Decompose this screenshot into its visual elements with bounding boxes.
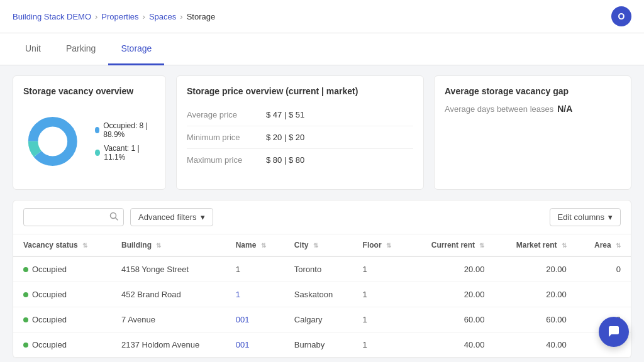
breadcrumb-spaces[interactable]: Spaces [149,12,176,21]
breadcrumb-demo[interactable]: Building Stack DEMO [13,12,91,21]
col-market-rent-label: Market rent [516,241,557,250]
col-city: City ⇅ [284,234,353,256]
chat-icon [607,325,621,339]
tabs-bar: Unit Parking Storage [0,33,644,65]
donut-legend: Occupied: 8 | 88.9% Vacant: 1 | 11.1% [95,121,156,162]
sort-icon-building[interactable]: ⇅ [156,242,161,249]
table-body: Occupied4158 Yonge Street1Toronto120.002… [13,256,631,358]
table-head: Vacancy status ⇅ Building ⇅ Name ⇅ City … [13,234,631,256]
gap-value: N/A [557,104,572,114]
cell-status: Occupied [13,332,111,358]
cell-market-rent: 20.00 [494,256,576,282]
status-dot [23,292,28,297]
legend-occupied: Occupied: 8 | 88.9% [95,121,156,139]
col-building: Building ⇅ [111,234,226,256]
sort-icon-current-rent[interactable]: ⇅ [479,242,484,249]
status-dot [23,343,28,348]
name-link[interactable]: 001 [236,315,250,324]
cell-name[interactable]: 001 [226,332,284,358]
sort-icon-city[interactable]: ⇅ [313,242,318,249]
edit-columns-label: Edit columns [558,212,604,222]
vacancy-card-title: Storage vacancy overview [23,86,155,96]
legend-dot-occupied [95,127,100,133]
col-floor-label: Floor [363,241,382,250]
price-card-title: Storage price overview (current | market… [187,86,413,96]
col-current-rent-label: Current rent [431,241,475,250]
main-content: Storage vacancy overview Occupied: 8 | 8… [0,65,644,362]
table-row: Occupied7 Avenue001Calgary160.0060.000 [13,307,631,332]
cell-building: 4158 Yonge Street [111,256,226,282]
col-city-label: City [294,241,309,250]
price-row-max: Maximum price $ 80 | $ 80 [187,149,413,171]
vacancy-card: Storage vacancy overview Occupied: 8 | 8… [13,75,166,190]
search-wrapper[interactable] [23,208,124,226]
cell-area: 0 [577,256,631,282]
tab-storage[interactable]: Storage [108,33,164,65]
breadcrumb-sep-1: › [95,12,97,21]
price-value-max: $ 80 | $ 80 [266,155,304,165]
tab-parking[interactable]: Parking [53,33,108,65]
sort-icon-area[interactable]: ⇅ [616,242,621,249]
breadcrumb-sep-2: › [143,12,145,21]
legend-occupied-label: Occupied: 8 | 88.9% [103,121,155,139]
price-row-min: Minimum price $ 20 | $ 20 [187,126,413,149]
breadcrumb-current: Storage [187,12,216,21]
cell-status: Occupied [13,256,111,282]
col-area-label: Area [594,241,611,250]
sort-icon-name[interactable]: ⇅ [261,242,266,249]
cell-area [577,282,631,307]
tab-unit[interactable]: Unit [13,33,53,65]
col-status: Vacancy status ⇅ [13,234,111,256]
search-input[interactable] [29,212,106,222]
sort-icon-floor[interactable]: ⇅ [386,242,391,249]
cell-floor: 1 [353,282,409,307]
price-card: Storage price overview (current | market… [176,75,424,190]
legend-dot-vacant [95,150,101,156]
legend-vacant: Vacant: 1 | 11.1% [95,144,156,162]
name-link[interactable]: 001 [236,340,250,349]
breadcrumb-properties[interactable]: Properties [101,12,138,21]
cell-city: Burnaby [284,332,353,358]
price-label-avg: Average price [187,110,256,119]
header: Building Stack DEMO › Properties › Space… [0,0,644,33]
status-text: Occupied [32,340,67,349]
sort-icon-market-rent[interactable]: ⇅ [562,242,567,249]
toolbar: Advanced filters ▾ Edit columns ▾ [13,200,631,234]
cell-floor: 1 [353,332,409,358]
gap-card: Average storage vacancy gap Average days… [434,75,631,190]
cell-floor: 1 [353,256,409,282]
cell-building: 7 Avenue [111,307,226,332]
col-building-label: Building [121,241,152,250]
svg-line-4 [116,218,118,221]
cell-market-rent: 60.00 [494,307,576,332]
cell-city: Toronto [284,256,353,282]
price-label-min: Minimum price [187,133,256,142]
breadcrumb: Building Stack DEMO › Properties › Space… [13,12,215,21]
avatar[interactable]: O [611,6,631,26]
edit-columns-button[interactable]: Edit columns ▾ [550,208,621,226]
table-row: Occupied2137 Holdom Avenue001Burnaby140.… [13,332,631,358]
status-dot [23,267,28,272]
edit-columns-chevron-icon: ▾ [608,212,613,222]
col-current-rent: Current rent ⇅ [409,234,495,256]
advanced-filters-button[interactable]: Advanced filters ▾ [130,208,213,226]
gap-card-title: Average storage vacancy gap [445,86,621,96]
cell-city: Calgary [284,307,353,332]
data-table: Vacancy status ⇅ Building ⇅ Name ⇅ City … [13,234,631,358]
cell-current-rent: 20.00 [409,256,495,282]
table-row: Occupied4158 Yonge Street1Toronto120.002… [13,256,631,282]
cell-current-rent: 20.00 [409,282,495,307]
status-dot [23,317,28,322]
cell-market-rent: 40.00 [494,332,576,358]
col-name-label: Name [236,241,257,250]
cell-name[interactable]: 1 [226,282,284,307]
col-status-label: Vacancy status [23,241,78,250]
col-floor: Floor ⇅ [353,234,409,256]
table-row: Occupied452 Brand Road1Saskatoon120.0020… [13,282,631,307]
sort-icon-status[interactable]: ⇅ [82,242,87,249]
name-link[interactable]: 1 [236,290,240,299]
price-value-avg: $ 47 | $ 51 [266,110,304,119]
cell-floor: 1 [353,307,409,332]
cell-name[interactable]: 001 [226,307,284,332]
chat-fab-button[interactable] [599,317,629,347]
